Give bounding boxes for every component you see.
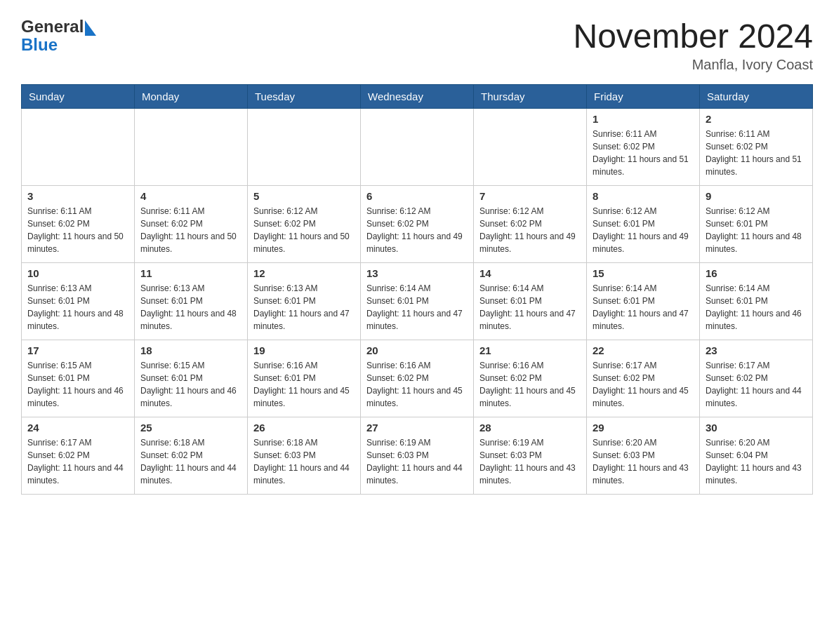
day-info: Sunrise: 6:15 AM Sunset: 6:01 PM Dayligh… [140, 359, 241, 410]
calendar-cell [474, 109, 587, 186]
day-info: Sunrise: 6:17 AM Sunset: 6:02 PM Dayligh… [706, 359, 807, 410]
day-number: 22 [593, 344, 694, 356]
logo-triangle-icon [85, 20, 96, 36]
day-info: Sunrise: 6:16 AM Sunset: 6:01 PM Dayligh… [253, 359, 355, 410]
day-info: Sunrise: 6:14 AM Sunset: 6:01 PM Dayligh… [366, 282, 468, 333]
week-row: 3Sunrise: 6:11 AM Sunset: 6:02 PM Daylig… [22, 186, 813, 263]
calendar-cell [248, 109, 361, 186]
day-number: 11 [140, 267, 241, 279]
day-number: 8 [593, 190, 694, 202]
calendar-cell: 29Sunrise: 6:20 AM Sunset: 6:03 PM Dayli… [587, 417, 700, 495]
title-section: November 2024 Manfla, Ivory Coast [573, 17, 813, 73]
day-number: 14 [479, 267, 581, 279]
month-title: November 2024 [573, 17, 813, 55]
calendar-cell: 25Sunrise: 6:18 AM Sunset: 6:02 PM Dayli… [135, 417, 248, 495]
calendar-cell: 30Sunrise: 6:20 AM Sunset: 6:04 PM Dayli… [700, 417, 813, 495]
day-number: 9 [706, 190, 807, 202]
day-info: Sunrise: 6:15 AM Sunset: 6:01 PM Dayligh… [27, 359, 128, 410]
calendar-cell: 28Sunrise: 6:19 AM Sunset: 6:03 PM Dayli… [474, 417, 587, 495]
day-number: 16 [706, 267, 807, 279]
calendar-cell: 9Sunrise: 6:12 AM Sunset: 6:01 PM Daylig… [700, 186, 813, 263]
calendar-cell [361, 109, 474, 186]
day-info: Sunrise: 6:12 AM Sunset: 6:02 PM Dayligh… [253, 205, 355, 255]
day-number: 26 [253, 422, 355, 434]
location-title: Manfla, Ivory Coast [573, 57, 813, 73]
day-info: Sunrise: 6:11 AM Sunset: 6:02 PM Dayligh… [706, 128, 807, 178]
calendar-cell: 14Sunrise: 6:14 AM Sunset: 6:01 PM Dayli… [474, 263, 587, 340]
day-number: 5 [253, 190, 355, 202]
day-number: 15 [593, 267, 694, 279]
calendar-cell: 24Sunrise: 6:17 AM Sunset: 6:02 PM Dayli… [22, 417, 135, 495]
day-info: Sunrise: 6:20 AM Sunset: 6:04 PM Dayligh… [706, 436, 807, 487]
day-number: 3 [27, 190, 128, 202]
calendar-cell: 12Sunrise: 6:13 AM Sunset: 6:01 PM Dayli… [248, 263, 361, 340]
calendar-cell: 23Sunrise: 6:17 AM Sunset: 6:02 PM Dayli… [700, 340, 813, 417]
calendar-cell: 16Sunrise: 6:14 AM Sunset: 6:01 PM Dayli… [700, 263, 813, 340]
day-info: Sunrise: 6:13 AM Sunset: 6:01 PM Dayligh… [27, 282, 128, 333]
day-info: Sunrise: 6:12 AM Sunset: 6:01 PM Dayligh… [593, 205, 694, 255]
day-info: Sunrise: 6:11 AM Sunset: 6:02 PM Dayligh… [593, 128, 694, 178]
day-of-week-header: Friday [587, 85, 700, 109]
calendar-cell: 2Sunrise: 6:11 AM Sunset: 6:02 PM Daylig… [700, 109, 813, 186]
day-of-week-header: Monday [135, 85, 248, 109]
day-number: 10 [27, 267, 128, 279]
calendar-cell: 7Sunrise: 6:12 AM Sunset: 6:02 PM Daylig… [474, 186, 587, 263]
day-info: Sunrise: 6:11 AM Sunset: 6:02 PM Dayligh… [27, 205, 128, 255]
day-of-week-header: Wednesday [361, 85, 474, 109]
calendar-cell: 26Sunrise: 6:18 AM Sunset: 6:03 PM Dayli… [248, 417, 361, 495]
calendar-cell: 21Sunrise: 6:16 AM Sunset: 6:02 PM Dayli… [474, 340, 587, 417]
calendar-cell: 11Sunrise: 6:13 AM Sunset: 6:01 PM Dayli… [135, 263, 248, 340]
day-number: 20 [366, 344, 468, 356]
calendar-header-row: SundayMondayTuesdayWednesdayThursdayFrid… [22, 85, 813, 109]
calendar-cell: 5Sunrise: 6:12 AM Sunset: 6:02 PM Daylig… [248, 186, 361, 263]
calendar-cell: 17Sunrise: 6:15 AM Sunset: 6:01 PM Dayli… [22, 340, 135, 417]
day-info: Sunrise: 6:20 AM Sunset: 6:03 PM Dayligh… [593, 436, 694, 487]
day-number: 24 [27, 422, 128, 434]
day-info: Sunrise: 6:14 AM Sunset: 6:01 PM Dayligh… [706, 282, 807, 333]
day-of-week-header: Sunday [22, 85, 135, 109]
day-info: Sunrise: 6:19 AM Sunset: 6:03 PM Dayligh… [366, 436, 468, 487]
day-number: 28 [479, 422, 581, 434]
day-number: 1 [593, 113, 694, 125]
day-info: Sunrise: 6:14 AM Sunset: 6:01 PM Dayligh… [593, 282, 694, 333]
calendar-cell: 3Sunrise: 6:11 AM Sunset: 6:02 PM Daylig… [22, 186, 135, 263]
calendar-cell: 18Sunrise: 6:15 AM Sunset: 6:01 PM Dayli… [135, 340, 248, 417]
calendar-table: SundayMondayTuesdayWednesdayThursdayFrid… [21, 84, 813, 495]
day-number: 30 [706, 422, 807, 434]
calendar-cell: 27Sunrise: 6:19 AM Sunset: 6:03 PM Dayli… [361, 417, 474, 495]
day-info: Sunrise: 6:16 AM Sunset: 6:02 PM Dayligh… [479, 359, 581, 410]
calendar-cell: 20Sunrise: 6:16 AM Sunset: 6:02 PM Dayli… [361, 340, 474, 417]
day-number: 19 [253, 344, 355, 356]
calendar-cell: 6Sunrise: 6:12 AM Sunset: 6:02 PM Daylig… [361, 186, 474, 263]
calendar-cell: 10Sunrise: 6:13 AM Sunset: 6:01 PM Dayli… [22, 263, 135, 340]
calendar-cell: 8Sunrise: 6:12 AM Sunset: 6:01 PM Daylig… [587, 186, 700, 263]
day-info: Sunrise: 6:11 AM Sunset: 6:02 PM Dayligh… [140, 205, 241, 255]
day-number: 27 [366, 422, 468, 434]
logo-blue-text: Blue [21, 35, 58, 55]
day-number: 12 [253, 267, 355, 279]
logo: General Blue [21, 17, 96, 55]
day-number: 23 [706, 344, 807, 356]
day-info: Sunrise: 6:12 AM Sunset: 6:02 PM Dayligh… [479, 205, 581, 255]
day-number: 17 [27, 344, 128, 356]
logo-general-text: General [21, 17, 84, 36]
day-info: Sunrise: 6:12 AM Sunset: 6:02 PM Dayligh… [366, 205, 468, 255]
calendar-cell [22, 109, 135, 186]
day-of-week-header: Thursday [474, 85, 587, 109]
day-of-week-header: Tuesday [248, 85, 361, 109]
calendar-cell: 13Sunrise: 6:14 AM Sunset: 6:01 PM Dayli… [361, 263, 474, 340]
day-info: Sunrise: 6:12 AM Sunset: 6:01 PM Dayligh… [706, 205, 807, 255]
day-info: Sunrise: 6:13 AM Sunset: 6:01 PM Dayligh… [140, 282, 241, 333]
week-row: 24Sunrise: 6:17 AM Sunset: 6:02 PM Dayli… [22, 417, 813, 495]
day-number: 13 [366, 267, 468, 279]
day-info: Sunrise: 6:16 AM Sunset: 6:02 PM Dayligh… [366, 359, 468, 410]
day-number: 21 [479, 344, 581, 356]
day-number: 6 [366, 190, 468, 202]
day-number: 4 [140, 190, 241, 202]
week-row: 10Sunrise: 6:13 AM Sunset: 6:01 PM Dayli… [22, 263, 813, 340]
calendar-cell: 4Sunrise: 6:11 AM Sunset: 6:02 PM Daylig… [135, 186, 248, 263]
day-info: Sunrise: 6:18 AM Sunset: 6:02 PM Dayligh… [140, 436, 241, 487]
day-info: Sunrise: 6:17 AM Sunset: 6:02 PM Dayligh… [27, 436, 128, 487]
day-info: Sunrise: 6:14 AM Sunset: 6:01 PM Dayligh… [479, 282, 581, 333]
calendar-cell: 15Sunrise: 6:14 AM Sunset: 6:01 PM Dayli… [587, 263, 700, 340]
